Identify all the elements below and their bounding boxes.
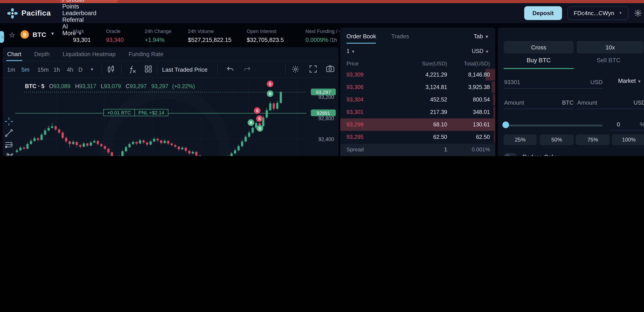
undo-icon[interactable] bbox=[226, 65, 235, 74]
leverage-button[interactable]: 10x bbox=[577, 41, 644, 53]
pacifica-logo-icon bbox=[7, 8, 18, 18]
toolbar-divider bbox=[102, 65, 102, 74]
percent-button-50[interactable]: 50% bbox=[540, 134, 574, 145]
chart-tab-depth[interactable]: Depth bbox=[34, 47, 50, 61]
price-cell: 93,295 bbox=[340, 134, 389, 140]
deposit-button[interactable]: Deposit bbox=[524, 6, 562, 20]
size-cell: 3,124.81 bbox=[389, 84, 447, 90]
side-tab-buy-btc[interactable]: Buy BTC bbox=[504, 57, 574, 69]
entry-price-tag: 92891 bbox=[311, 109, 336, 116]
chart-tab-funding-rate[interactable]: Funding Rate bbox=[129, 47, 164, 61]
ask-row[interactable]: 93,301217.39348.01 bbox=[340, 106, 495, 118]
stat-label: Next Funding / Countdown bbox=[306, 28, 339, 34]
buy-marker: B bbox=[267, 90, 274, 97]
orderbook-layout-dropdown[interactable]: Tab ▼ bbox=[474, 33, 489, 40]
interval-15m[interactable]: 15m bbox=[38, 61, 49, 77]
ask-row[interactable]: 93,3094,221.298,146.80 bbox=[340, 68, 495, 81]
amount-btc-input[interactable]: Amount BTC bbox=[504, 98, 574, 109]
size-slider[interactable] bbox=[504, 125, 602, 126]
amount-usd-input[interactable]: Amount USD bbox=[577, 98, 644, 109]
chart-toolbar: 1m5m15m1h4hD▼Last Traded Price bbox=[3, 61, 338, 78]
chart-tab-chart[interactable]: Chart bbox=[7, 47, 22, 61]
trade-panel: Cross 10x Buy BTCSell BTC 93301 USD Mark… bbox=[498, 27, 644, 156]
screenshot-camera-icon[interactable] bbox=[326, 65, 335, 74]
unit-dropdown[interactable]: USD ▼ bbox=[472, 48, 489, 54]
toggle-reduce-only[interactable] bbox=[504, 153, 517, 156]
order-type-dropdown[interactable]: Market ▼ bbox=[618, 77, 641, 84]
nav-item-referral[interactable]: Referral bbox=[62, 16, 96, 23]
stat-main: $32,705,823.5 bbox=[247, 36, 284, 43]
slider-thumb[interactable] bbox=[502, 121, 509, 128]
nav-item-portfolio[interactable]: Portfolio bbox=[62, 0, 96, 3]
wallet-dropdown[interactable]: FDc4nc...CWyn ▼ bbox=[568, 6, 628, 20]
ask-row[interactable]: 93,304452.52800.54 bbox=[340, 93, 495, 106]
favorite-star-icon[interactable]: ☆ bbox=[9, 31, 15, 39]
percent-button-75[interactable]: 75% bbox=[576, 134, 610, 145]
position-pnl-annotation[interactable]: +0.01 BTC PNL +$2.14 bbox=[103, 109, 168, 116]
chart-tab-liquidation-heatmap[interactable]: Liquidation Heatmap bbox=[62, 47, 116, 61]
nav-item-points[interactable]: Points bbox=[62, 3, 96, 10]
ticker-stat: Oracle93,340 bbox=[106, 28, 124, 43]
indicator-templates-icon[interactable] bbox=[144, 65, 153, 74]
crosshair-tool-icon[interactable] bbox=[4, 117, 13, 126]
symbol-name[interactable]: BTC bbox=[32, 31, 46, 38]
price-axis-label: 92,800 bbox=[318, 116, 334, 121]
sell-marker: S bbox=[254, 107, 260, 114]
settings-gear-icon[interactable] bbox=[634, 9, 642, 17]
ohlc-legend: BTC · 5 O93,089 H93,317 L93,079 C93,297 … bbox=[25, 83, 195, 89]
stat-value: 93,340 bbox=[106, 36, 124, 43]
fullscreen-icon[interactable] bbox=[309, 65, 318, 74]
price-input[interactable]: 93301 USD bbox=[504, 77, 602, 89]
tick-size-dropdown[interactable]: 1 ▼ bbox=[346, 48, 355, 54]
horizontal-lines-tool-icon[interactable] bbox=[4, 140, 13, 149]
side-tab-sell-btc[interactable]: Sell BTC bbox=[574, 57, 644, 69]
ask-row[interactable]: 93,29562.5062.50 bbox=[340, 131, 495, 143]
toggle-row: Reduce Only bbox=[504, 153, 556, 156]
ticker-stat: Mark93,301 bbox=[73, 28, 91, 43]
pattern-tool-icon[interactable] bbox=[4, 152, 13, 156]
interval-more-chevron[interactable]: ▼ bbox=[90, 61, 94, 77]
stat-label: 24h Change bbox=[145, 28, 172, 34]
top-nav: Pacifica TradePortfolioPointsLeaderboard… bbox=[0, 3, 644, 23]
spread-percent: 0.001% bbox=[447, 146, 495, 153]
orderbook-header: Total(USD) bbox=[447, 60, 495, 67]
interval-5m[interactable]: 5m bbox=[22, 61, 30, 77]
orderbook-rows: 93,3094,221.298,146.8093,3063,124.813,92… bbox=[340, 68, 495, 156]
chevron-down-icon[interactable]: ▼ bbox=[338, 38, 339, 43]
candlestick-chart[interactable] bbox=[15, 78, 306, 156]
size-cell: 68.10 bbox=[389, 121, 447, 128]
interval-4h[interactable]: 4h bbox=[67, 61, 73, 77]
percent-button-100[interactable]: 100% bbox=[612, 134, 644, 145]
chevron-down-icon[interactable]: ▼ bbox=[50, 31, 55, 36]
nav-item-leaderboard[interactable]: Leaderboard bbox=[62, 10, 96, 16]
interval-1m[interactable]: 1m bbox=[7, 61, 15, 77]
slider-value-field[interactable]: 0 % bbox=[610, 120, 644, 130]
ticker-stat: Next Funding / Countdown0.0009% /1h ▼ 00 bbox=[306, 28, 339, 43]
price-cell: 93,304 bbox=[340, 97, 389, 103]
wallet-address: FDc4nc...CWyn bbox=[574, 10, 614, 16]
indicators-fx-icon[interactable] bbox=[128, 65, 137, 74]
margin-mode-button[interactable]: Cross bbox=[504, 41, 574, 53]
ask-row[interactable]: 93,3063,124.813,925.38 bbox=[340, 81, 495, 93]
interval-D[interactable]: D bbox=[78, 61, 82, 77]
price-cell: 93,301 bbox=[340, 109, 389, 115]
price-source-button[interactable]: Last Traded Price bbox=[162, 61, 208, 77]
sell-marker: S bbox=[256, 115, 263, 122]
ask-row[interactable]: 93,29968.10130.61 bbox=[340, 118, 495, 131]
redo-icon[interactable] bbox=[243, 65, 252, 74]
symbol-drawer-handle[interactable]: › bbox=[0, 31, 4, 43]
orderbook-tab-trades[interactable]: Trades bbox=[391, 33, 409, 44]
interval-1h[interactable]: 1h bbox=[54, 61, 60, 77]
side-tabs: Buy BTCSell BTC bbox=[504, 57, 644, 69]
orderbook-tab-order-book[interactable]: Order Book bbox=[346, 33, 376, 44]
price-cell: 93,299 bbox=[340, 121, 389, 128]
stat-suffix: /1h bbox=[328, 37, 338, 43]
stat-value: 0.0009% /1h ▼ 00 bbox=[306, 36, 339, 43]
trendline-tool-icon[interactable] bbox=[4, 129, 13, 138]
price-axis-label: 92,400 bbox=[318, 137, 334, 142]
percent-button-25[interactable]: 25% bbox=[504, 134, 537, 145]
candle-style-icon[interactable] bbox=[107, 65, 116, 74]
logo[interactable]: Pacifica bbox=[0, 8, 62, 18]
ticker-stat: 24h Change+1.94% bbox=[145, 28, 172, 43]
chart-settings-gear-icon[interactable] bbox=[291, 65, 300, 74]
